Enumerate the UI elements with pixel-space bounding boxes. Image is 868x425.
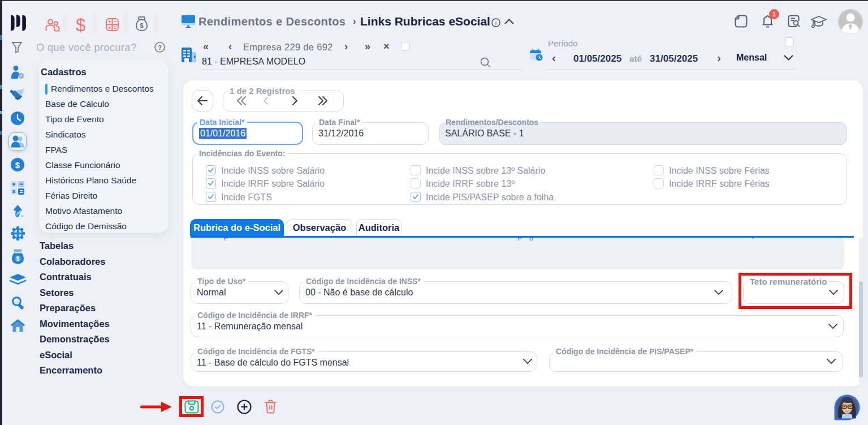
svg-text:$: $ — [16, 256, 20, 262]
svg-text:1: 1 — [772, 11, 776, 18]
svg-text:$: $ — [15, 160, 20, 170]
svg-text:$: $ — [140, 22, 143, 29]
svg-text:?: ? — [158, 44, 162, 51]
svg-text:i: i — [495, 20, 496, 26]
